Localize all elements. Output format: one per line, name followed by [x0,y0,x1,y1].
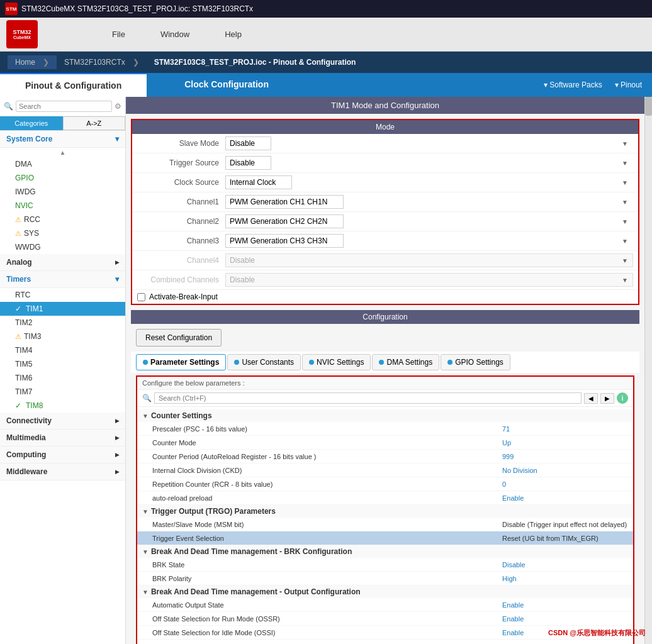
breadcrumb-device[interactable]: STM32F103RCTx [57,55,147,69]
scrollbar-thumb[interactable] [645,97,652,116]
category-system-core[interactable]: System Core ▾ [0,131,125,148]
channel1-label: Channel1 [137,197,225,206]
dma-label: DMA Settings [386,358,432,367]
trgo-arrow: ▼ [142,508,149,515]
category-analog[interactable]: Analog ▸ [0,254,125,271]
ossr-value: Enable [502,615,628,623]
counter-arrow: ▼ [142,413,149,419]
tab-clock[interactable]: Clock Configuration [147,73,306,97]
tab-user-constants[interactable]: User Constants [227,354,301,370]
search-next-btn[interactable]: ▶ [600,393,614,404]
tab-pinout[interactable]: Pinout & Configuration [0,73,147,97]
param-msm: Master/Slave Mode (MSM bit) Disable (Tri… [137,518,633,531]
output-group-label: Break And Dead Time management - Output … [151,587,361,596]
param-search-input[interactable] [154,392,582,404]
mode-section: Mode Slave Mode Disable Trigger Source D… [131,119,639,305]
user-constants-dot [234,360,239,365]
trigger-source-row: Trigger Source Disable [132,153,638,173]
sidebar-item-iwdg[interactable]: IWDG [0,185,125,199]
channel1-wrapper: PWM Generation CH1 CH1N [225,195,633,209]
channel1-select[interactable]: PWM Generation CH1 CH1N [225,195,344,209]
tab-dma-settings[interactable]: DMA Settings [372,354,439,370]
sidebar: 🔍 ⚙ Categories A->Z System Core ▾ ▲ DMA … [0,97,126,644]
breadcrumb-home[interactable]: Home [8,55,57,69]
sidebar-item-nvic[interactable]: NVIC [0,199,125,213]
sidebar-item-tim4[interactable]: TIM4 [0,343,125,357]
tab-parameter-settings[interactable]: Parameter Settings [136,354,226,370]
sidebar-tab-categories[interactable]: Categories [0,116,63,130]
channel3-select[interactable]: PWM Generation CH3 CH3N [225,234,344,248]
info-icon[interactable]: i [617,392,628,404]
sidebar-item-tim6[interactable]: TIM6 [0,371,125,385]
trigger-source-select[interactable]: Disable [225,156,271,170]
channel2-select[interactable]: PWM Generation CH2 CH2N [225,214,344,228]
sidebar-item-rtc[interactable]: RTC [0,288,125,302]
output-arrow: ▼ [142,589,149,596]
category-multimedia[interactable]: Multimedia ▸ [0,430,125,447]
chevron-right-icon-2: ▸ [115,416,119,425]
pinout-btn[interactable]: ▾ Pinout [615,80,642,89]
stm-logo-main: STM32 CubeMX [6,20,38,48]
menu-bar: STM32 CubeMX File Window Help [0,18,652,52]
activate-break-checkbox[interactable] [137,293,145,301]
search-prev-btn[interactable]: ◀ [584,393,598,404]
sidebar-item-dma[interactable]: DMA [0,157,125,171]
mode-header: Mode [132,120,638,134]
brk-polarity-name: BRK Polarity [152,575,502,582]
prescaler-name: Prescaler (PSC - 16 bits value) [152,425,502,433]
param-rcr: Repetition Counter (RCR - 8 bits value) … [137,477,633,491]
content-header: TIM1 Mode and Configuration [126,97,644,114]
counter-mode-value: Up [502,439,628,447]
menu-file[interactable]: File [107,27,130,42]
group-brk-config[interactable]: ▼ Break And Dead Time management - BRK C… [137,545,633,558]
sidebar-item-wwdg[interactable]: WWDG [0,240,125,254]
menu-window[interactable]: Window [155,27,194,42]
group-trgo[interactable]: ▼ Trigger Output (TRGO) Parameters [137,505,633,518]
sidebar-item-gpio[interactable]: GPIO [0,171,125,185]
param-content: Configure the below parameters : 🔍 ◀ ▶ i… [136,375,634,644]
right-scrollbar[interactable] [644,97,652,644]
group-output-config[interactable]: ▼ Break And Dead Time management - Outpu… [137,586,633,598]
slave-mode-select[interactable]: Disable [225,136,271,150]
sidebar-tab-az[interactable]: A->Z [63,116,126,130]
category-middleware[interactable]: Middleware ▸ [0,464,125,480]
sidebar-item-tim8[interactable]: ✓TIM8 [0,399,125,413]
trigger-event-name: Trigger Event Selection [152,535,502,542]
combined-wrapper: Disable [225,273,633,287]
param-counter-mode: Counter Mode Up [137,436,633,450]
sidebar-item-tim3[interactable]: TIM3 [0,330,125,343]
sidebar-item-tim1[interactable]: ✓TIM1 [0,302,125,316]
category-computing[interactable]: Computing ▸ [0,447,125,464]
brk-state-value: Disable [502,561,628,569]
software-packs-btn[interactable]: ▾ Software Packs [544,80,602,89]
trigger-event-value: Reset (UG bit from TIMx_EGR) [502,535,628,542]
category-timers[interactable]: Timers ▾ [0,271,125,288]
menu-help[interactable]: Help [220,27,247,42]
rcr-value: 0 [502,480,628,488]
tab-gpio-settings[interactable]: GPIO Settings [441,354,510,370]
param-autoreload: auto-reload preload Enable [137,491,633,505]
msm-name: Master/Slave Mode (MSM bit) [152,521,502,528]
counter-mode-name: Counter Mode [152,439,502,447]
ckd-value: No Division [502,467,628,474]
sidebar-item-tim2[interactable]: TIM2 [0,316,125,330]
scroll-up-btn[interactable]: ▲ [0,148,125,157]
sidebar-item-rcc[interactable]: RCC [0,213,125,226]
reset-config-button[interactable]: Reset Configuration [136,329,222,347]
param-auto-output: Automatic Output State Enable [137,598,633,612]
tab-nvic-settings[interactable]: NVIC Settings [302,354,371,370]
ossr-name: Off State Selection for Run Mode (OSSR) [152,615,502,623]
sidebar-search-bar: 🔍 ⚙ [0,97,125,116]
clock-source-select[interactable]: Internal Clock [225,175,292,189]
param-brk-state: BRK State Disable [137,558,633,572]
sidebar-item-tim5[interactable]: TIM5 [0,357,125,371]
category-connectivity[interactable]: Connectivity ▸ [0,413,125,430]
gear-icon[interactable]: ⚙ [115,102,121,111]
chevron-right-icon-4: ▸ [115,450,119,459]
multimedia-label: Multimedia [6,433,46,442]
autoreload-name: auto-reload preload [152,494,502,502]
search-input[interactable] [16,101,112,112]
group-counter-settings[interactable]: ▼ Counter Settings [137,409,633,422]
sidebar-item-tim7[interactable]: TIM7 [0,385,125,399]
sidebar-item-sys[interactable]: SYS [0,226,125,240]
